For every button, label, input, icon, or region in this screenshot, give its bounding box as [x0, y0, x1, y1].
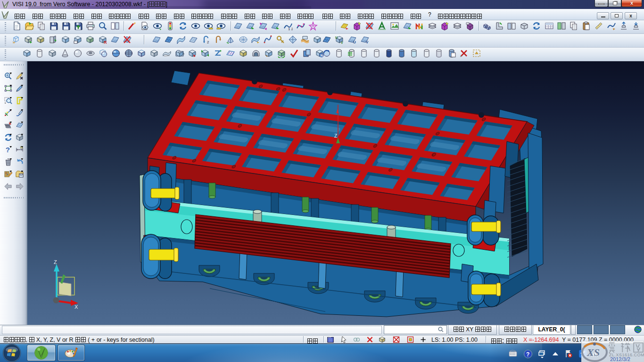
svg-text:1 2: 1 2 [288, 27, 293, 31]
svg-text:V: V [366, 40, 369, 44]
svg-text:V: V [341, 41, 343, 44]
svg-text:2: 2 [207, 40, 209, 44]
svg-text:U: U [353, 40, 356, 44]
svg-text:?: ? [526, 351, 529, 358]
svg-text:X: X [74, 304, 78, 310]
svg-text:XS: XS [586, 346, 600, 358]
svg-text:Z: Z [54, 259, 57, 265]
svg-text:Z: Z [334, 133, 337, 139]
svg-text:?: ? [6, 146, 10, 154]
svg-text:U: U [335, 36, 338, 39]
svg-text:R: R [104, 40, 107, 44]
